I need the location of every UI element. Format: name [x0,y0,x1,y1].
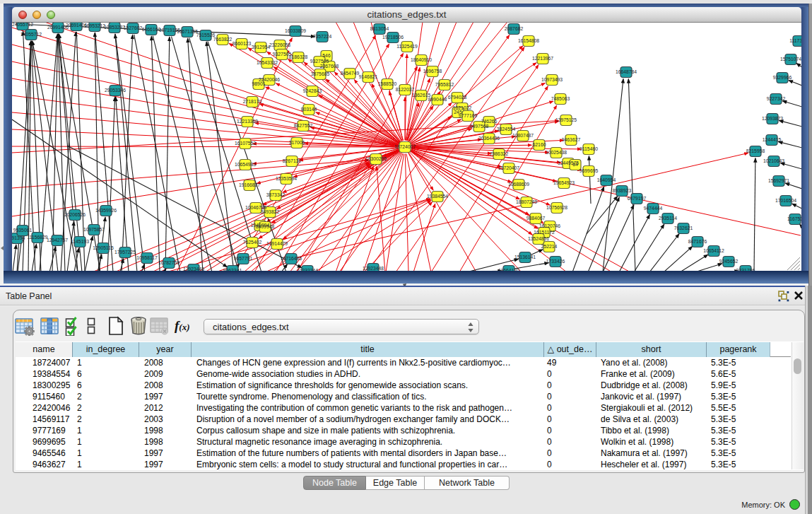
svg-text:16120746: 16120746 [539,223,560,228]
svg-text:16782759: 16782759 [158,260,180,265]
svg-text:15720407: 15720407 [498,165,519,170]
svg-text:10807487: 10807487 [512,133,534,138]
svg-text:19218506: 19218506 [382,35,404,40]
svg-text:9327505: 9327505 [310,59,329,64]
svg-text:1117304: 1117304 [789,38,801,43]
svg-text:1733426: 1733426 [546,259,565,264]
svg-text:13524851: 13524851 [528,236,549,241]
svg-text:1696758: 1696758 [423,69,442,74]
svg-text:19384554: 19384554 [427,194,448,199]
svg-text:8122037: 8122037 [396,87,415,92]
svg-text:16648784: 16648784 [616,69,637,74]
svg-text:2087682: 2087682 [505,26,524,31]
svg-text:317006: 317006 [289,140,305,145]
svg-text:746266: 746266 [481,119,498,124]
svg-text:9535061: 9535061 [13,228,33,233]
svg-text:6794028: 6794028 [448,95,467,100]
svg-text:9242843: 9242843 [303,88,322,93]
svg-text:18300295: 18300295 [365,156,387,161]
svg-text:10654112: 10654112 [703,248,724,253]
svg-text:18724007: 18724007 [394,144,416,149]
svg-text:17016504: 17016504 [775,198,796,203]
svg-text:7955812: 7955812 [435,82,454,87]
svg-text:8215958: 8215958 [746,148,765,153]
svg-text:10973493: 10973493 [541,77,563,82]
svg-text:19654923: 19654923 [553,180,575,185]
svg-text:2718170: 2718170 [243,99,262,104]
svg-text:15751074: 15751074 [780,57,801,62]
svg-text:9115460: 9115460 [579,146,598,151]
svg-text:12213967: 12213967 [532,56,553,61]
svg-text:6466160: 6466160 [142,27,161,32]
svg-text:12942757: 12942757 [47,238,68,243]
svg-text:7357224: 7357224 [313,34,332,39]
svg-text:8471676: 8471676 [688,239,707,244]
svg-text:8938923: 8938923 [613,188,632,193]
svg-text:11325419: 11325419 [396,44,418,49]
svg-text:84: 84 [572,162,578,167]
svg-text:6479197: 6479197 [628,196,647,201]
svg-text:14055712: 14055712 [20,32,42,37]
svg-text:13975125: 13975125 [555,117,577,122]
svg-text:8427552: 8427552 [294,123,313,128]
svg-text:9227342: 9227342 [767,96,786,101]
svg-text:12353594: 12353594 [276,176,297,181]
svg-text:10688609: 10688609 [508,182,529,187]
svg-text:252214: 252214 [541,244,558,249]
svg-text:9331786: 9331786 [736,268,755,271]
svg-text:14359926: 14359926 [95,208,117,213]
svg-text:7663822: 7663822 [213,37,233,42]
svg-text:3873342: 3873342 [266,192,286,197]
svg-text:16154808: 16154808 [518,38,539,43]
svg-text:3875685: 3875685 [311,71,330,76]
svg-text:10210643: 10210643 [763,158,784,163]
svg-text:7632621: 7632621 [674,226,693,230]
svg-text:9245652: 9245652 [719,259,739,264]
svg-text:8990448: 8990448 [428,97,447,102]
svg-text:9699695: 9699695 [579,168,599,173]
svg-text:8186328: 8186328 [289,54,308,59]
svg-text:29053346: 29053346 [105,88,126,93]
svg-text:18640910: 18640910 [411,57,432,62]
svg-text:546: 546 [322,53,331,58]
svg-text:3912954: 3912954 [252,45,271,49]
svg-text:803144: 803144 [301,107,317,112]
svg-text:23226058: 23226058 [269,42,290,47]
svg-text:12213369: 12213369 [237,119,258,124]
svg-text:62160: 62160 [533,142,546,147]
svg-text:16671355: 16671355 [177,29,198,34]
svg-text:16151172: 16151172 [534,230,555,235]
svg-text:8267130: 8267130 [283,158,302,163]
svg-text:7625402: 7625402 [243,240,262,245]
svg-text:9657791: 9657791 [234,256,253,261]
svg-text:11664120: 11664120 [498,268,519,271]
svg-text:6497568: 6497568 [470,124,489,129]
svg-text:8660123: 8660123 [233,41,252,46]
svg-text:3824554: 3824554 [497,127,516,132]
svg-text:9777169: 9777169 [459,113,478,118]
svg-text:20206526: 20206526 [64,212,86,217]
svg-text:1588520: 1588520 [378,81,397,86]
svg-text:2367608: 2367608 [320,64,339,69]
svg-text:10543332: 10543332 [257,60,278,65]
svg-text:12923448: 12923448 [363,266,384,271]
svg-text:2935114: 2935114 [659,216,677,221]
svg-text:9329966: 9329966 [773,75,792,80]
svg-text:1527602: 1527602 [124,25,143,30]
svg-text:9474444: 9474444 [644,206,663,211]
svg-text:9146821: 9146821 [359,74,378,79]
svg-text:1145193: 1145193 [71,239,89,244]
svg-text:10232244: 10232244 [297,268,318,271]
svg-text:14914479: 14914479 [266,241,288,246]
svg-text:12923448: 12923448 [183,267,204,271]
svg-text:16033809: 16033809 [285,28,306,33]
svg-text:7986322: 7986322 [490,151,509,156]
svg-text:9062341: 9062341 [223,268,242,271]
svg-text:98901: 98901 [252,81,266,86]
svg-text:15136141: 15136141 [514,255,536,259]
svg-text:10975857: 10975857 [83,227,105,232]
svg-text:15716485: 15716485 [281,256,302,261]
svg-text:16953212: 16953212 [84,23,105,28]
svg-text:18807249: 18807249 [516,199,537,204]
svg-text:8813054: 8813054 [370,26,389,31]
